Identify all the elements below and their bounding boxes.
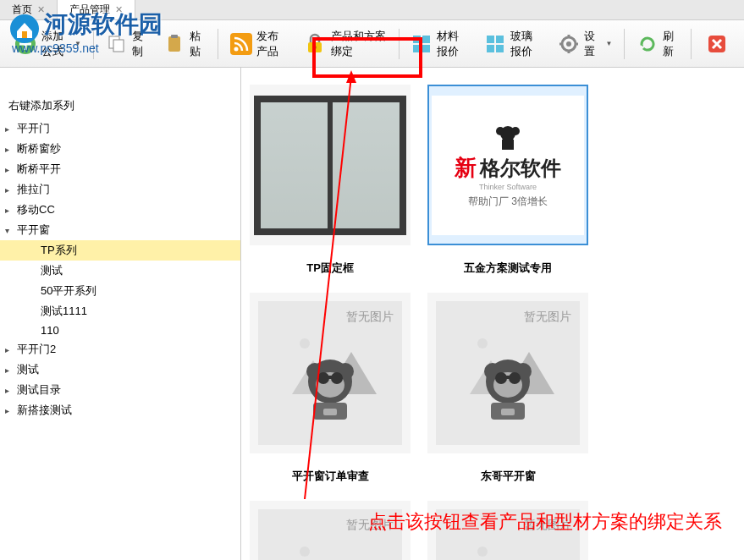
tree-child-item[interactable]: 测试1111 bbox=[0, 301, 240, 321]
svg-point-29 bbox=[511, 127, 520, 135]
material-price-button[interactable]: 材料报价 bbox=[404, 25, 476, 63]
svg-point-8 bbox=[234, 47, 238, 51]
annotation-text: 点击该按钮查看产品和型材方案的绑定关系 bbox=[368, 509, 722, 535]
sidebar-title: 右键添加系列 bbox=[0, 93, 240, 118]
glass-price-button[interactable]: 玻璃报价 bbox=[477, 25, 549, 63]
tree-item[interactable]: ▸平开门2 bbox=[0, 339, 240, 360]
svg-rect-27 bbox=[502, 140, 514, 150]
button-label: 产品和方案绑定 bbox=[331, 29, 387, 59]
tab-label: 首页 bbox=[12, 3, 32, 15]
product-image-wrap: 暂无图片 bbox=[250, 293, 411, 453]
tree-child-item[interactable]: 测试 bbox=[0, 261, 240, 281]
tree-arrow-icon: ▸ bbox=[5, 124, 17, 134]
tree-item[interactable]: ▾平开窗 bbox=[0, 220, 240, 240]
delete-button[interactable] bbox=[697, 26, 737, 62]
paste-button[interactable]: 粘贴 bbox=[157, 25, 212, 63]
products-grid: TP固定框 新格尔软件 Thinker Software 帮助门厂 3倍增长 五… bbox=[250, 85, 736, 560]
tree-label: 平开门 bbox=[17, 121, 50, 136]
svg-point-32 bbox=[300, 338, 310, 349]
paste-icon bbox=[163, 30, 185, 58]
publish-product-button[interactable]: 发布产品 bbox=[223, 25, 295, 63]
svg-rect-16 bbox=[496, 36, 504, 43]
svg-rect-7 bbox=[230, 33, 252, 55]
svg-point-44 bbox=[477, 338, 488, 349]
svg-rect-39 bbox=[320, 376, 340, 379]
tab-bar: 首页✕ 产品管理✕ bbox=[0, 0, 744, 20]
separator bbox=[691, 29, 692, 59]
svg-rect-11 bbox=[413, 36, 421, 43]
tree-arrow-icon: ▸ bbox=[5, 165, 17, 174]
product-card[interactable]: 新格尔软件 Thinker Software 帮助门厂 3倍增长 五金方案测试专… bbox=[427, 85, 588, 276]
product-name: 五金方案测试专用 bbox=[464, 261, 552, 276]
chevron-down-icon: ▼ bbox=[74, 40, 81, 47]
add-formula-button[interactable]: 添加公式 ▼ bbox=[7, 25, 88, 63]
gear-icon bbox=[558, 30, 580, 58]
rss-icon bbox=[230, 30, 252, 58]
tree-child-item[interactable]: TP系列 bbox=[0, 240, 240, 261]
tree-label: 断桥窗纱 bbox=[17, 141, 61, 156]
tree-label: 110 bbox=[41, 324, 59, 337]
product-name: 平开窗订单审查 bbox=[292, 469, 369, 484]
tree-item[interactable]: ▸断桥平开 bbox=[0, 159, 240, 179]
tree-label: 移动CC bbox=[17, 202, 55, 217]
close-icon[interactable]: ✕ bbox=[115, 4, 123, 14]
product-image-wrap: 新格尔软件 Thinker Software 帮助门厂 3倍增长 bbox=[427, 85, 588, 245]
product-image-wrap bbox=[250, 85, 411, 245]
product-card[interactable]: TP固定框 bbox=[250, 85, 411, 276]
product-name: 东哥平开窗 bbox=[481, 469, 536, 484]
svg-point-68 bbox=[477, 546, 488, 557]
svg-rect-15 bbox=[487, 36, 494, 43]
no-image-placeholder: 暂无图片 bbox=[258, 301, 402, 445]
tree-arrow-icon: ▸ bbox=[5, 386, 17, 395]
svg-rect-13 bbox=[413, 45, 421, 52]
product-card[interactable]: 暂无图片平开窗订单审查 bbox=[250, 293, 411, 484]
separator bbox=[93, 29, 94, 59]
tree-arrow-icon: ▸ bbox=[5, 365, 17, 375]
button-label: 添加公式 bbox=[41, 29, 69, 59]
product-name: TP固定框 bbox=[306, 261, 354, 276]
tree-label: TP系列 bbox=[41, 243, 77, 258]
tree-item[interactable]: ▸断桥窗纱 bbox=[0, 139, 240, 159]
tree-item[interactable]: ▸新搭接测试 bbox=[0, 400, 240, 420]
tab-label: 产品管理 bbox=[69, 3, 110, 15]
tree-arrow-icon: ▸ bbox=[5, 345, 17, 354]
copy-button[interactable]: 复制 bbox=[99, 25, 155, 63]
tree-item[interactable]: ▸推拉门 bbox=[0, 179, 240, 200]
close-icon[interactable]: ✕ bbox=[37, 4, 45, 14]
separator bbox=[624, 29, 625, 59]
copy-icon bbox=[106, 30, 128, 58]
tree-item[interactable]: ▸测试目录 bbox=[0, 380, 240, 400]
svg-point-10 bbox=[313, 46, 317, 49]
separator bbox=[399, 29, 400, 59]
tree-label: 测试 bbox=[17, 362, 39, 377]
tree-arrow-icon: ▸ bbox=[5, 185, 17, 195]
refresh-button[interactable]: 刷新 bbox=[630, 25, 686, 63]
product-image-wrap: 暂无图片 bbox=[427, 293, 588, 453]
plus-icon bbox=[14, 30, 37, 58]
tree-label: 平开门2 bbox=[17, 342, 56, 357]
tab-home[interactable]: 首页✕ bbox=[0, 0, 58, 19]
product-card[interactable]: 暂无图片东哥平开窗 bbox=[427, 293, 588, 484]
tree-arrow-icon: ▾ bbox=[5, 226, 17, 235]
tree-arrow-icon: ▸ bbox=[5, 406, 17, 415]
tree-item[interactable]: ▸平开门 bbox=[0, 118, 240, 139]
svg-rect-5 bbox=[168, 36, 180, 52]
svg-rect-53 bbox=[501, 409, 515, 415]
tree-label: 测试目录 bbox=[17, 382, 61, 398]
tree-item[interactable]: ▸测试 bbox=[0, 360, 240, 380]
tree-label: 平开窗 bbox=[17, 222, 50, 238]
separator bbox=[218, 29, 218, 59]
tree-item[interactable]: ▸移动CC bbox=[0, 200, 240, 220]
tree-arrow-icon: ▸ bbox=[5, 206, 17, 215]
bind-product-button[interactable]: 产品和方案绑定 bbox=[296, 25, 394, 63]
tab-product-manage[interactable]: 产品管理✕ bbox=[58, 0, 135, 19]
tree-label: 断桥平开 bbox=[17, 162, 61, 177]
button-label: 材料报价 bbox=[437, 29, 469, 59]
tree-label: 推拉门 bbox=[17, 182, 50, 197]
svg-rect-17 bbox=[487, 45, 494, 52]
settings-button[interactable]: 设置 ▼ bbox=[551, 25, 620, 63]
tree-child-item[interactable]: 110 bbox=[0, 321, 240, 339]
tree-label: 50平开系列 bbox=[41, 283, 96, 299]
svg-point-56 bbox=[300, 546, 310, 557]
tree-child-item[interactable]: 50平开系列 bbox=[0, 281, 240, 301]
